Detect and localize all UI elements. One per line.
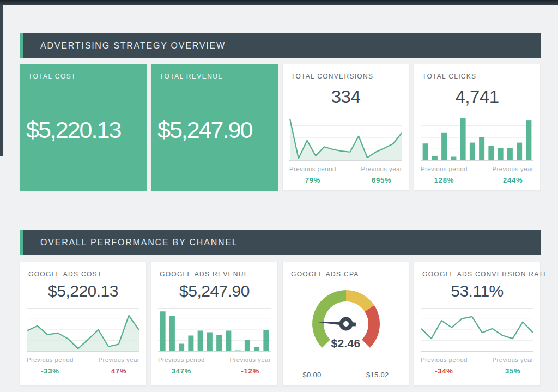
previous-year-label: Previous year bbox=[229, 357, 271, 363]
card-title: TOTAL CLICKS bbox=[414, 64, 540, 80]
gauge-min-label: $0.00 bbox=[303, 371, 322, 379]
card-google-ads-revenue: GOOGLE ADS REVENUE $5,247.90 Previous pe… bbox=[151, 262, 278, 386]
card-title: TOTAL CONVERSIONS bbox=[283, 64, 409, 80]
card-value: $5,247.90 bbox=[157, 117, 275, 143]
gauge-max-label: $15.02 bbox=[366, 371, 389, 379]
card-value: 334 bbox=[283, 87, 409, 107]
gauge-value: $2.46 bbox=[283, 337, 409, 350]
previous-period-block: Previous period -33% bbox=[27, 357, 74, 375]
card-value: $5,247.90 bbox=[151, 282, 277, 300]
cpa-gauge-wrap: $2.46 bbox=[283, 284, 409, 371]
previous-year-label: Previous year bbox=[492, 357, 533, 363]
card-value: $5,220.13 bbox=[26, 117, 144, 143]
google-ads-revenue-bar-chart bbox=[158, 308, 271, 352]
comparison-row: Previous period 79% Previous year 695% bbox=[283, 161, 409, 184]
card-total-cost: TOTAL COST $5,220.13 bbox=[20, 64, 147, 191]
section-header-performance-by-channel: OVERALL PERFORMANCE BY CHANNEL bbox=[20, 230, 541, 255]
previous-period-value: -33% bbox=[41, 367, 59, 375]
card-value: $5,220.13 bbox=[20, 282, 146, 300]
previous-period-block: Previous period 79% bbox=[289, 166, 336, 184]
card-title: GOOGLE ADS CPA bbox=[283, 262, 409, 278]
previous-period-block: Previous period 128% bbox=[421, 166, 468, 184]
previous-period-label: Previous period bbox=[421, 357, 468, 363]
google-ads-conversion-rate-line-chart bbox=[421, 308, 533, 352]
card-title: GOOGLE ADS COST bbox=[20, 262, 146, 278]
comparison-row: Previous period 128% Previous year 244% bbox=[414, 161, 540, 184]
previous-period-block: Previous period 347% bbox=[158, 357, 205, 375]
card-value: 4,741 bbox=[414, 87, 540, 107]
google-ads-cost-area-chart bbox=[27, 308, 140, 352]
card-title: TOTAL COST bbox=[20, 64, 146, 80]
gauge-scale: $0.00 $15.02 bbox=[303, 371, 389, 379]
card-total-clicks: TOTAL CLICKS 4,741 Previous period 128% … bbox=[414, 64, 541, 191]
previous-period-value: 347% bbox=[172, 367, 191, 375]
card-total-conversions: TOTAL CONVERSIONS 334 Previous period 79… bbox=[282, 64, 409, 191]
previous-period-label: Previous period bbox=[158, 357, 205, 363]
previous-year-block: Previous year 695% bbox=[361, 166, 402, 184]
previous-period-label: Previous period bbox=[289, 166, 336, 172]
left-edge-strip bbox=[0, 5, 3, 156]
previous-period-value: -34% bbox=[435, 367, 453, 375]
previous-period-label: Previous period bbox=[421, 166, 468, 172]
comparison-row: Previous period -34% Previous year 35% bbox=[414, 352, 540, 375]
browser-top-bar bbox=[0, 0, 558, 5]
previous-period-block: Previous period -34% bbox=[421, 357, 468, 375]
previous-period-value: 128% bbox=[434, 176, 454, 184]
section-header-label: ADVERTISING STRATEGY OVERVIEW bbox=[40, 41, 226, 50]
card-title: GOOGLE ADS CONVERSION RATE bbox=[414, 262, 540, 278]
card-title: GOOGLE ADS REVENUE bbox=[151, 262, 277, 278]
previous-year-label: Previous year bbox=[492, 166, 533, 172]
previous-year-block: Previous year 244% bbox=[492, 166, 533, 184]
card-google-ads-cpa: GOOGLE ADS CPA $2.46 $0.00 $15.02 bbox=[282, 262, 409, 386]
previous-year-value: 47% bbox=[111, 367, 126, 375]
previous-year-label: Previous year bbox=[361, 166, 402, 172]
previous-year-value: 35% bbox=[505, 367, 520, 375]
previous-year-value: -12% bbox=[241, 367, 259, 375]
total-conversions-area-chart bbox=[289, 114, 402, 161]
card-value: 53.11% bbox=[414, 282, 540, 300]
previous-year-value: 244% bbox=[503, 176, 523, 184]
previous-year-value: 695% bbox=[372, 176, 391, 184]
card-total-revenue: TOTAL REVENUE $5,247.90 bbox=[151, 64, 278, 191]
card-google-ads-cost: GOOGLE ADS COST $5,220.13 Previous perio… bbox=[20, 262, 147, 386]
section-header-advertising-overview: ADVERTISING STRATEGY OVERVIEW bbox=[20, 33, 541, 58]
previous-year-block: Previous year 47% bbox=[98, 357, 140, 375]
previous-year-block: Previous year -12% bbox=[229, 357, 271, 375]
previous-period-label: Previous period bbox=[27, 357, 74, 363]
card-google-ads-conversion-rate: GOOGLE ADS CONVERSION RATE 53.11% Previo… bbox=[414, 262, 541, 386]
comparison-row: Previous period -33% Previous year 47% bbox=[20, 352, 146, 375]
previous-year-label: Previous year bbox=[98, 357, 140, 363]
previous-period-value: 79% bbox=[305, 176, 320, 184]
previous-year-block: Previous year 35% bbox=[492, 357, 533, 375]
comparison-row: Previous period 347% Previous year -12% bbox=[151, 352, 277, 375]
card-title: TOTAL REVENUE bbox=[151, 64, 277, 80]
total-clicks-bar-chart bbox=[421, 114, 533, 161]
section-header-label: OVERALL PERFORMANCE BY CHANNEL bbox=[40, 238, 238, 247]
